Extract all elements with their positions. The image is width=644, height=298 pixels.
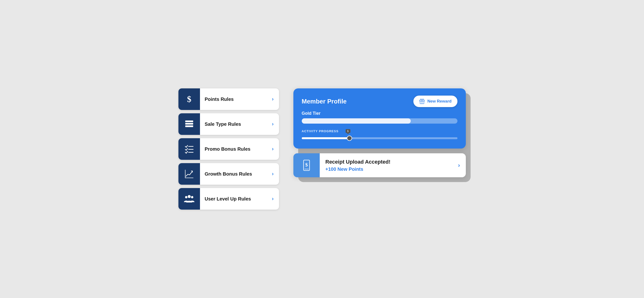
receipt-icon: $ bbox=[300, 159, 312, 171]
svg-point-10 bbox=[185, 196, 187, 198]
chevron-icon-sale-type-rules: › bbox=[272, 121, 279, 127]
receipt-card[interactable]: $ Receipt Upload Accepted! +100 New Poin… bbox=[294, 153, 466, 177]
checklist-icon bbox=[184, 144, 194, 154]
chart-icon bbox=[184, 169, 194, 179]
rule-label-sale-type-rules: Sale Type Rules bbox=[200, 122, 272, 127]
svg-text:$: $ bbox=[305, 162, 308, 168]
svg-point-11 bbox=[191, 196, 193, 198]
stack-icon bbox=[184, 119, 194, 129]
activity-progress-section: Activity Progress 1 bbox=[302, 129, 458, 140]
rule-label-growth-bonus-rules: Growth Bonus Rules bbox=[200, 171, 272, 177]
rule-item-growth-bonus-rules[interactable]: Growth Bonus Rules › bbox=[178, 163, 279, 185]
chevron-icon-growth-bonus-rules: › bbox=[272, 171, 279, 177]
receipt-points: +100 New Points bbox=[326, 166, 452, 172]
receipt-chevron-icon: › bbox=[458, 162, 466, 169]
member-profile-title: Member Profile bbox=[302, 98, 347, 105]
svg-rect-2 bbox=[185, 123, 193, 124]
tier-progress-bar bbox=[302, 118, 458, 124]
slider-thumb-indicator: 1 bbox=[346, 129, 350, 133]
chevron-icon-promo-bonus-rules: › bbox=[272, 146, 279, 152]
rule-icon-stack bbox=[178, 113, 200, 135]
activity-slider[interactable] bbox=[302, 137, 458, 139]
rule-icon-checklist bbox=[178, 138, 200, 160]
rule-item-sale-type-rules[interactable]: Sale Type Rules › bbox=[178, 113, 279, 135]
rule-label-points-rules: Points Rules bbox=[200, 96, 272, 102]
svg-rect-1 bbox=[185, 120, 193, 122]
rule-label-promo-bonus-rules: Promo Bonus Rules bbox=[200, 146, 272, 152]
member-profile-card: Member Profile New Reward Gold Tier Acti… bbox=[294, 88, 466, 148]
gold-tier-label: Gold Tier bbox=[302, 111, 458, 116]
receipt-title: Receipt Upload Accepted! bbox=[326, 159, 452, 165]
receipt-content: Receipt Upload Accepted! +100 New Points bbox=[320, 154, 458, 177]
rule-item-points-rules[interactable]: $ Points Rules › bbox=[178, 88, 279, 110]
rule-item-promo-bonus-rules[interactable]: Promo Bonus Rules › bbox=[178, 138, 279, 160]
chevron-icon-user-level-up-rules: › bbox=[272, 196, 279, 202]
rule-label-user-level-up-rules: User Level Up Rules bbox=[200, 196, 272, 202]
rules-list: $ Points Rules › Sale Type Rules › bbox=[178, 88, 279, 210]
card-header: Member Profile New Reward bbox=[302, 96, 458, 107]
svg-point-9 bbox=[188, 195, 190, 198]
rule-item-user-level-up-rules[interactable]: User Level Up Rules › bbox=[178, 188, 279, 210]
tier-progress-fill bbox=[302, 118, 411, 124]
dollar-icon: $ bbox=[184, 94, 194, 104]
gift-icon bbox=[419, 98, 425, 104]
users-icon bbox=[184, 194, 194, 204]
receipt-icon-background: $ bbox=[294, 153, 320, 177]
new-reward-label: New Reward bbox=[427, 99, 452, 104]
activity-progress-label: Activity Progress bbox=[302, 129, 458, 133]
rule-icon-users bbox=[178, 188, 200, 210]
new-reward-button[interactable]: New Reward bbox=[413, 96, 457, 107]
rule-icon-dollar: $ bbox=[178, 88, 200, 110]
main-container: $ Points Rules › Sale Type Rules › bbox=[178, 88, 466, 210]
activity-slider-container: 1 bbox=[302, 136, 458, 140]
right-section: Member Profile New Reward Gold Tier Acti… bbox=[294, 88, 466, 177]
svg-text:$: $ bbox=[187, 94, 191, 104]
svg-rect-3 bbox=[185, 126, 193, 127]
chevron-icon-points-rules: › bbox=[272, 96, 279, 102]
rule-icon-chart bbox=[178, 163, 200, 185]
